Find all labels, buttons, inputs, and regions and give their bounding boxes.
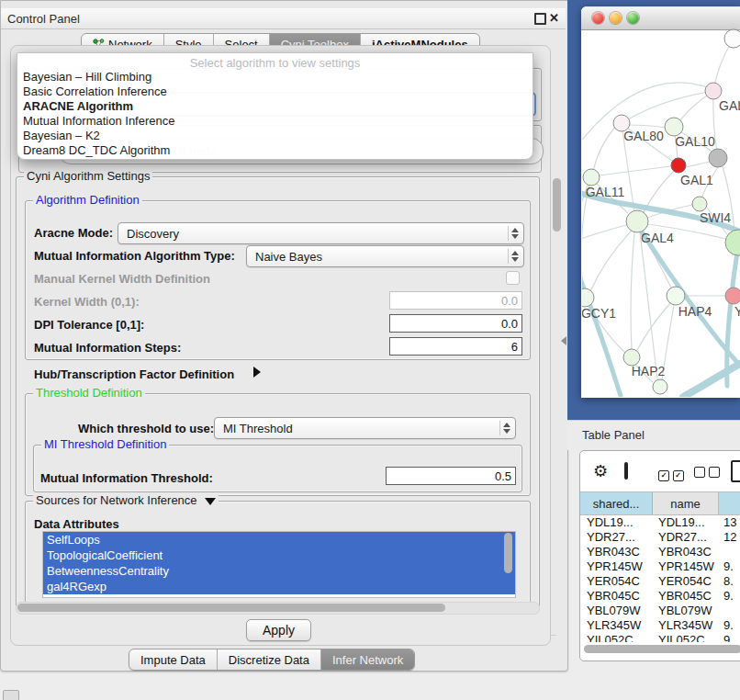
new-table-icon[interactable] [731,460,740,482]
dropdown-item[interactable]: Bayesian – K2 [17,129,533,143]
node[interactable] [724,29,740,48]
cell[interactable] [717,545,740,559]
table-row[interactable]: YER054CYER054C8. [580,574,740,589]
list-item[interactable]: gal4RGexp [43,579,515,594]
checked-box-icon: ✓ [673,470,684,481]
dropdown-item[interactable]: Bayesian – Hill Climbing [17,70,533,85]
list-scrollbar[interactable] [504,533,512,573]
expanded-arrow-icon[interactable] [205,498,216,505]
node-label: GAL10 [675,134,715,149]
cell[interactable]: YDL19... [580,515,652,530]
mi-steps-field[interactable] [389,337,522,356]
algorithm-dropdown-popup: Select algorithm to view settings Bayesi… [17,52,533,160]
cell[interactable] [717,604,740,618]
node-hap4[interactable] [667,287,685,305]
column-header[interactable] [719,492,740,514]
cell[interactable]: YDR27... [580,530,652,545]
cell[interactable]: 9 [717,633,740,642]
close-icon[interactable]: ✕ [549,11,559,25]
cell[interactable]: YBR045C [580,589,652,604]
cell[interactable]: YPR145W [580,559,652,574]
cell[interactable]: YBL079W [652,604,717,618]
list-item[interactable]: TopologicalCoefficient [43,548,515,563]
network-canvas[interactable]: GAL GAL80 GAL10 GAL1 GAL11 SWI4 GAL4 GCY… [582,28,740,397]
hscroll-thumb[interactable] [17,604,445,612]
table-hscroll-thumb[interactable] [584,645,740,653]
cell[interactable]: YLR345W [652,618,717,633]
table-row[interactable]: YPR145WYPR145W9. [580,559,740,574]
split-columns-icon[interactable] [624,462,628,480]
cell[interactable]: YIL052C [652,633,717,642]
node-gcy1[interactable] [582,288,594,307]
settings-scrollbar[interactable] [553,178,561,231]
table-row[interactable]: YDR27...YDR27...12 [580,530,740,545]
cell[interactable]: 12 [717,530,740,545]
table-row[interactable]: YDL19...YDL19...13 [580,515,740,530]
cell[interactable]: YIL052C [580,633,652,642]
table-row[interactable]: YBR045CYBR045C9. [580,589,740,604]
cell[interactable]: YER054C [580,574,652,589]
dpi-tolerance-field[interactable] [389,314,522,333]
list-item[interactable]: SelfLoops [43,532,515,548]
cell[interactable]: YER054C [652,574,717,589]
node-label: GAL4 [641,231,674,245]
node[interactable] [653,379,667,394]
hub-definition-label[interactable]: Hub/Transcription Factor Definition [34,367,234,381]
node[interactable] [705,83,722,99]
node-gal4[interactable] [626,210,648,232]
cell[interactable]: 9. [717,559,740,574]
dropdown-item-selected[interactable]: ARACNE Algorithm [17,99,533,114]
node-gal11[interactable] [583,169,600,186]
tab-impute-data[interactable]: Impute Data [129,649,217,670]
close-button[interactable] [592,12,604,24]
cell[interactable]: 8. [717,574,740,589]
table-header-row: shared... name [580,491,740,515]
dropdown-item[interactable]: Dream8 DC_TDC Algorithm [17,143,533,158]
stepper-arrows-icon [499,421,513,435]
which-threshold-combo[interactable]: MI Threshold [214,417,516,439]
cell[interactable]: YBL079W [580,604,652,618]
network-window-titlebar[interactable] [581,6,740,30]
node-swi4[interactable] [692,197,707,211]
node[interactable] [725,230,740,255]
cell[interactable]: YBR043C [652,545,717,559]
cell[interactable]: YLR345W [580,618,652,633]
dropdown-item[interactable]: Basic Correlation Inference [17,85,533,99]
splitter-collapse-arrow[interactable] [561,336,566,345]
select-all-checks-icon[interactable]: ✓ ✓ [658,467,684,481]
mi-type-combo[interactable]: Naive Bayes [246,245,524,267]
cell[interactable]: 9. [717,589,740,604]
unselect-all-checks-icon[interactable] [694,467,720,480]
cell[interactable]: YBR043C [580,545,652,559]
dropdown-item[interactable]: Mutual Information Inference [17,114,533,129]
cell[interactable]: YDL19... [652,515,717,530]
minimize-button[interactable] [610,12,622,24]
cell[interactable]: YBR045C [652,589,717,604]
aracne-mode-combo[interactable]: Discovery [118,222,524,244]
cell[interactable]: YDR27... [652,530,717,545]
table-row[interactable]: YIL052CYIL052C9 [580,633,740,642]
table-row[interactable]: YBR043CYBR043C [580,545,740,559]
sources-title[interactable]: Sources for Network Inference [36,493,197,507]
zoom-button[interactable] [627,12,639,24]
tab-discretize-data[interactable]: Discretize Data [217,649,320,670]
tab-infer-network[interactable]: Infer Network [320,649,414,670]
node-gal1-selected[interactable] [671,158,686,173]
partial-icon[interactable] [3,690,19,700]
column-header[interactable]: shared... [580,492,653,514]
cell[interactable]: 9. [717,618,740,633]
cell[interactable]: YPR145W [652,559,717,574]
apply-button[interactable]: Apply [246,619,311,641]
gear-icon[interactable]: ⚙ [593,461,608,481]
mi-threshold-field[interactable] [386,467,516,485]
table-row[interactable]: YLR345WYLR345W9. [580,618,740,633]
table-row[interactable]: YBL079WYBL079W [580,604,740,618]
float-window-icon[interactable] [534,13,546,25]
column-header[interactable]: name [653,492,719,514]
list-item[interactable]: BetweennessCentrality [43,563,515,579]
node-gray[interactable] [709,149,727,167]
node-gal10[interactable] [665,118,683,136]
node-salmon[interactable] [725,288,740,304]
collapsed-arrow-icon[interactable] [253,367,261,378]
cell[interactable]: 13 [717,515,740,530]
